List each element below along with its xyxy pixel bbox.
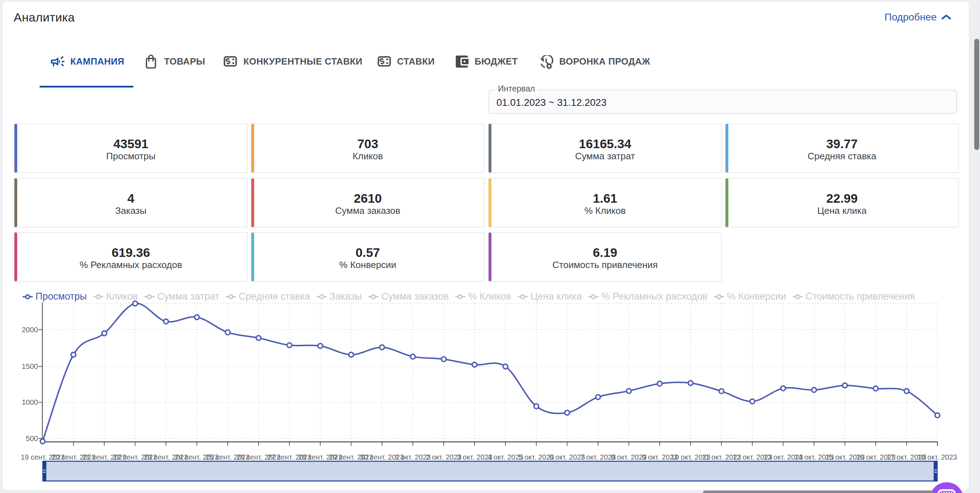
- svg-text:500: 500: [26, 434, 38, 442]
- svg-text:2000: 2000: [22, 326, 38, 334]
- svg-text:1000: 1000: [22, 398, 38, 406]
- svg-text:1500: 1500: [22, 362, 38, 370]
